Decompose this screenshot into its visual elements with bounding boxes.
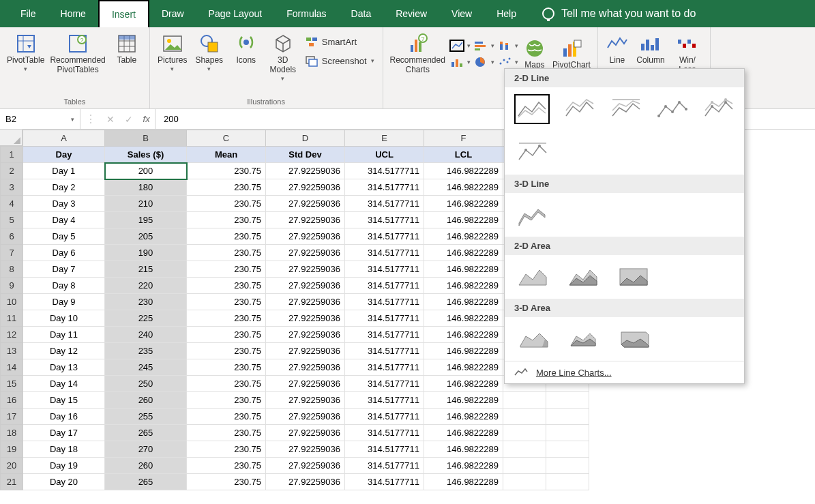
cell[interactable]: 180 (105, 179, 187, 196)
cell[interactable]: 205 (105, 228, 187, 245)
cell[interactable]: 190 (105, 245, 187, 261)
row-header[interactable]: 17 (1, 409, 23, 425)
recommended-pivottables-button[interactable]: ? Recommended PivotTables (48, 30, 106, 78)
icons-button[interactable]: Icons (229, 30, 263, 68)
cell[interactable] (546, 474, 589, 490)
cell[interactable]: 314.5177711 (345, 245, 424, 261)
cell[interactable]: Day 16 (23, 409, 105, 425)
row-header[interactable]: 4 (1, 196, 23, 212)
chart-3d-line[interactable] (514, 200, 551, 230)
screenshot-button[interactable]: Screenshot ▾ (303, 53, 377, 68)
cell[interactable]: 146.9822289 (424, 278, 503, 294)
tab-home[interactable]: Home (48, 0, 98, 27)
table-button[interactable]: Table (110, 30, 144, 68)
cell[interactable]: 27.92259036 (266, 343, 345, 359)
cell[interactable]: 230.75 (187, 474, 266, 490)
cell[interactable]: 230.75 (187, 245, 266, 261)
cell[interactable]: 225 (105, 310, 187, 327)
chart-area-100stacked[interactable] (615, 262, 652, 292)
cell[interactable]: 200 (105, 163, 187, 179)
cell[interactable]: 314.5177711 (345, 163, 424, 179)
cell[interactable]: 27.92259036 (266, 392, 345, 409)
chart-line-100stacked-markers[interactable] (514, 138, 551, 168)
cell[interactable]: 260 (105, 392, 187, 409)
sparkline-line-button[interactable]: Line (604, 30, 631, 68)
cell[interactable]: 146.9822289 (424, 228, 503, 245)
cell[interactable]: 146.9822289 (424, 310, 503, 327)
tab-formulas[interactable]: Formulas (274, 0, 338, 27)
cell[interactable]: Day 9 (23, 294, 105, 310)
tab-draw[interactable]: Draw (149, 0, 196, 27)
cell[interactable]: Std Dev (266, 147, 345, 163)
cell[interactable]: Day 10 (23, 310, 105, 327)
cell[interactable] (503, 474, 546, 490)
tab-insert[interactable]: Insert (98, 0, 149, 27)
cell[interactable]: Day 20 (23, 474, 105, 490)
row-header[interactable]: 14 (1, 359, 23, 376)
tell-me-search[interactable]: Tell me what you want to do (542, 0, 696, 27)
cell[interactable]: 27.92259036 (266, 179, 345, 196)
shapes-button[interactable]: Shapes ▾ (192, 30, 226, 75)
cell[interactable]: 27.92259036 (266, 474, 345, 490)
cell[interactable]: 230.75 (187, 163, 266, 179)
cell[interactable]: Day 1 (23, 163, 105, 179)
cell[interactable]: 220 (105, 278, 187, 294)
cell[interactable]: 27.92259036 (266, 196, 345, 212)
cell[interactable]: 27.92259036 (266, 327, 345, 343)
cell[interactable]: Day 12 (23, 343, 105, 359)
cell[interactable]: Day 7 (23, 261, 105, 278)
cell[interactable]: 314.5177711 (345, 294, 424, 310)
cell[interactable]: 146.9822289 (424, 441, 503, 458)
cell[interactable]: 265 (105, 425, 187, 441)
cell[interactable]: 314.5177711 (345, 261, 424, 278)
cell[interactable]: 27.92259036 (266, 359, 345, 376)
row-header[interactable]: 3 (1, 179, 23, 196)
cell[interactable]: 27.92259036 (266, 261, 345, 278)
tab-file[interactable]: File (8, 0, 48, 27)
row-header[interactable]: 15 (1, 376, 23, 392)
tab-page-layout[interactable]: Page Layout (196, 0, 275, 27)
row-header[interactable]: 5 (1, 212, 23, 228)
pivotchart-button[interactable]: PivotChart (551, 35, 592, 73)
col-header-D[interactable]: D (266, 130, 345, 147)
cell[interactable]: 146.9822289 (424, 261, 503, 278)
cell[interactable]: UCL (345, 147, 424, 163)
cell[interactable]: 314.5177711 (345, 359, 424, 376)
cell[interactable]: 146.9822289 (424, 359, 503, 376)
enter-icon[interactable]: ✓ (125, 114, 133, 125)
row-header[interactable]: 20 (1, 458, 23, 474)
cell[interactable]: 27.92259036 (266, 278, 345, 294)
cell[interactable] (546, 441, 589, 458)
cell[interactable]: Day 4 (23, 212, 105, 228)
row-header[interactable]: 6 (1, 228, 23, 245)
cell[interactable]: 27.92259036 (266, 458, 345, 474)
cell[interactable]: 255 (105, 409, 187, 425)
cell[interactable]: 314.5177711 (345, 409, 424, 425)
cell[interactable] (546, 409, 589, 425)
cell[interactable]: 146.9822289 (424, 409, 503, 425)
cell[interactable]: 146.9822289 (424, 245, 503, 261)
col-header-E[interactable]: E (345, 130, 424, 147)
recommended-charts-button[interactable]: ? Recommended Charts (389, 30, 447, 78)
chart-area-stacked[interactable] (565, 262, 602, 292)
cell[interactable]: Day 2 (23, 179, 105, 196)
cell[interactable]: Day 11 (23, 327, 105, 343)
chart-line-stacked-markers[interactable] (702, 94, 735, 124)
insert-scatter-chart-button[interactable] (497, 56, 512, 68)
cell[interactable]: Day 5 (23, 228, 105, 245)
chart-line-basic[interactable] (514, 94, 550, 124)
row-header[interactable]: 18 (1, 425, 23, 441)
row-header[interactable]: 19 (1, 441, 23, 458)
cell[interactable]: 27.92259036 (266, 212, 345, 228)
cell[interactable]: 230.75 (187, 441, 266, 458)
cell[interactable]: 230.75 (187, 458, 266, 474)
sparkline-column-button[interactable]: Column (634, 30, 668, 68)
cell[interactable]: 230.75 (187, 409, 266, 425)
cell[interactable]: 146.9822289 (424, 425, 503, 441)
col-header-B[interactable]: B (105, 130, 187, 147)
cell[interactable]: 146.9822289 (424, 179, 503, 196)
cell[interactable]: Day 19 (23, 458, 105, 474)
cell[interactable]: 314.5177711 (345, 278, 424, 294)
cell[interactable]: 146.9822289 (424, 458, 503, 474)
cell[interactable]: 250 (105, 376, 187, 392)
